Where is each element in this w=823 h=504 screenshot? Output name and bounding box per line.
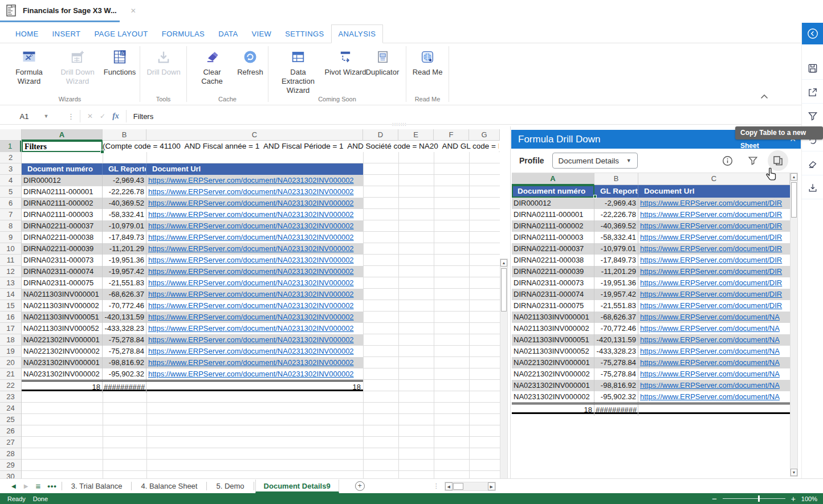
document-number-cell[interactable]: NA0221302INV000001 [22, 334, 103, 346]
column-header-c[interactable]: C [146, 129, 363, 141]
insert-function-icon[interactable]: fx [112, 112, 119, 121]
gl-amount-cell[interactable]: -40,369.52 [103, 198, 146, 209]
share-button[interactable] [802, 81, 823, 104]
document-link[interactable]: https://www.ERPServer.com/document/NA023… [148, 222, 354, 230]
document-number-cell[interactable]: DIRNA02111-000002 [512, 220, 594, 232]
row-header-20[interactable]: 20 [0, 357, 21, 368]
gl-amount-cell[interactable]: -58,332.41 [594, 232, 638, 243]
read-me-button[interactable]: Read Me [410, 47, 445, 77]
header-document-url[interactable]: Document Url [146, 163, 363, 175]
row-header-24[interactable]: 24 [0, 403, 21, 414]
document-number-cell[interactable]: NA0221302INV000001 [512, 357, 594, 368]
document-number-cell[interactable]: NA0211303INV000001 [512, 312, 594, 323]
scrollbar-thumb[interactable] [453, 483, 463, 490]
row-header-28[interactable]: 28 [0, 448, 21, 460]
gl-amount-cell[interactable]: -2,969.43 [594, 198, 638, 209]
gl-amount-cell[interactable]: -75,278.84 [594, 368, 638, 380]
drill-down-wizard-button[interactable]: Drill Down Wizard [54, 47, 101, 86]
document-link[interactable]: https://www.ERPServer.com/document/DIR [640, 278, 782, 287]
document-link[interactable]: https://www.ERPServer.com/document/NA023… [148, 370, 354, 378]
gl-amount-cell[interactable]: -17,849.73 [103, 232, 146, 243]
document-link[interactable]: https://www.ERPServer.com/document/NA023… [148, 290, 354, 298]
duplicator-button[interactable]: Duplicator [362, 47, 403, 77]
header-gl-reporte[interactable]: GL Reporté [103, 163, 146, 175]
document-link[interactable]: https://www.ERPServer.com/document/DIR [640, 301, 782, 310]
column-header-f[interactable]: F [434, 129, 469, 141]
gl-amount-cell[interactable]: -19,951.36 [103, 255, 146, 266]
row-header-5[interactable]: 5 [0, 186, 21, 198]
data-extraction-wizard-button[interactable]: Data Extraction Wizard [274, 47, 322, 95]
gl-amount-cell[interactable]: -17,849.73 [594, 255, 638, 266]
document-number-cell[interactable]: NA0221302INV000002 [22, 346, 103, 357]
select-all-corner[interactable] [0, 129, 22, 141]
document-number-cell[interactable]: DIRNA02211-000038 [512, 255, 594, 266]
total-count[interactable]: 18 [22, 382, 103, 393]
add-sheet-icon[interactable]: + [355, 481, 365, 491]
column-header-g[interactable]: G [469, 129, 500, 141]
document-link[interactable]: https://www.ERPServer.com/document/NA023… [148, 278, 354, 287]
row-header-30[interactable]: 30 [0, 471, 21, 478]
gl-amount-cell[interactable]: -95,902.32 [594, 391, 638, 403]
row-header-9[interactable]: 9 [0, 232, 21, 243]
eraser-button[interactable] [802, 153, 823, 175]
row-header-22[interactable]: 22 [0, 380, 21, 391]
close-document-icon[interactable]: ✕ [131, 7, 136, 15]
filter-formula-text[interactable]: (Compte code = 41100 AND Fiscal année = … [103, 141, 499, 152]
row-header-15[interactable]: 15 [0, 300, 21, 312]
document-link[interactable]: https://www.ERPServer.com/document/NA [640, 324, 780, 333]
panel-total-overflow[interactable]: ########## [594, 404, 638, 416]
scroll-left-icon[interactable]: ◀ [445, 482, 453, 490]
document-link[interactable]: https://www.ERPServer.com/document/NA [640, 335, 780, 344]
document-number-cell[interactable]: DIR000012 [512, 198, 594, 209]
header-document-numero[interactable]: Document numéro [22, 163, 103, 175]
collapse-ribbon-icon[interactable] [760, 94, 768, 99]
tab-analysis[interactable]: ANALYSIS [331, 24, 384, 43]
document-number-cell[interactable]: DIRNA02111-000002 [22, 198, 103, 209]
zoom-slider-thumb[interactable] [758, 495, 760, 502]
sheet-tab-balance-sheet[interactable]: 4. Balance Sheet [133, 480, 205, 493]
row-header-29[interactable]: 29 [0, 460, 21, 471]
gl-amount-cell[interactable]: -19,957.42 [103, 266, 146, 277]
document-link[interactable]: https://www.ERPServer.com/document/NA023… [148, 313, 354, 321]
column-header-a[interactable]: A [22, 129, 103, 141]
gl-amount-cell[interactable]: -95,902.32 [103, 368, 146, 380]
tab-view[interactable]: VIEW [245, 25, 278, 43]
document-link[interactable]: https://www.ERPServer.com/document/NA023… [148, 199, 354, 207]
panel-header-document-numero[interactable]: Document numéro [512, 185, 594, 198]
document-number-cell[interactable]: NA0231302INV000001 [512, 380, 594, 391]
gl-amount-cell[interactable]: -11,201.29 [103, 243, 146, 255]
row-header-23[interactable]: 23 [0, 391, 21, 403]
grid-horizontal-scrollbar[interactable]: ◀ ▶ [445, 482, 496, 491]
tabs-scroll-left-icon[interactable]: ◀ [11, 483, 16, 489]
document-link[interactable]: https://www.ERPServer.com/document/NA023… [148, 244, 354, 253]
panel-cells-area[interactable]: Document numéro GL Reporté Document Url … [512, 185, 790, 477]
panel-fill-handle[interactable] [593, 195, 597, 198]
gl-amount-cell[interactable]: -70,772.46 [103, 300, 146, 312]
gl-amount-cell[interactable]: -22,226.78 [103, 186, 146, 198]
document-number-cell[interactable]: DIRNA02211-000039 [22, 243, 103, 255]
document-number-cell[interactable]: DIRNA02311-000075 [22, 277, 103, 289]
document-link[interactable]: https://www.ERPServer.com/document/NA023… [148, 210, 354, 219]
cells-area[interactable]: (Compte code = 41100 AND Fiscal année = … [22, 141, 500, 478]
sheet-tab-trial-balance[interactable]: 3. Trial Balance [63, 480, 131, 493]
document-number-cell[interactable]: DIRNA02211-000039 [512, 266, 594, 277]
zoom-slider[interactable] [723, 498, 785, 499]
sheet-tab-document-details9[interactable]: Document Details9 [255, 480, 339, 493]
document-link[interactable]: https://www.ERPServer.com/document/NA023… [148, 324, 354, 333]
document-link[interactable]: https://www.ERPServer.com/document/NA023… [148, 256, 354, 264]
row-header-7[interactable]: 7 [0, 209, 21, 220]
zoom-level[interactable]: 100% [801, 495, 817, 502]
row-header-21[interactable]: 21 [0, 368, 21, 380]
gl-amount-cell[interactable]: -21,551.83 [594, 300, 638, 312]
document-number-cell[interactable]: NA0211303INV000051 [22, 312, 103, 323]
selected-cell-a1[interactable]: Filters [22, 141, 103, 152]
row-header-3[interactable]: 3 [0, 163, 21, 175]
row-header-11[interactable]: 11 [0, 255, 21, 266]
document-number-cell[interactable]: DIRNA02111-000001 [22, 186, 103, 198]
gl-amount-cell[interactable]: -68,626.37 [594, 312, 638, 323]
total-count-2[interactable]: 18 [146, 382, 363, 393]
tab-settings[interactable]: SETTINGS [278, 25, 331, 43]
tab-home[interactable]: HOME [9, 25, 46, 43]
gl-amount-cell[interactable]: -68,626.37 [103, 289, 146, 300]
gl-amount-cell[interactable]: -10,979.01 [103, 220, 146, 232]
